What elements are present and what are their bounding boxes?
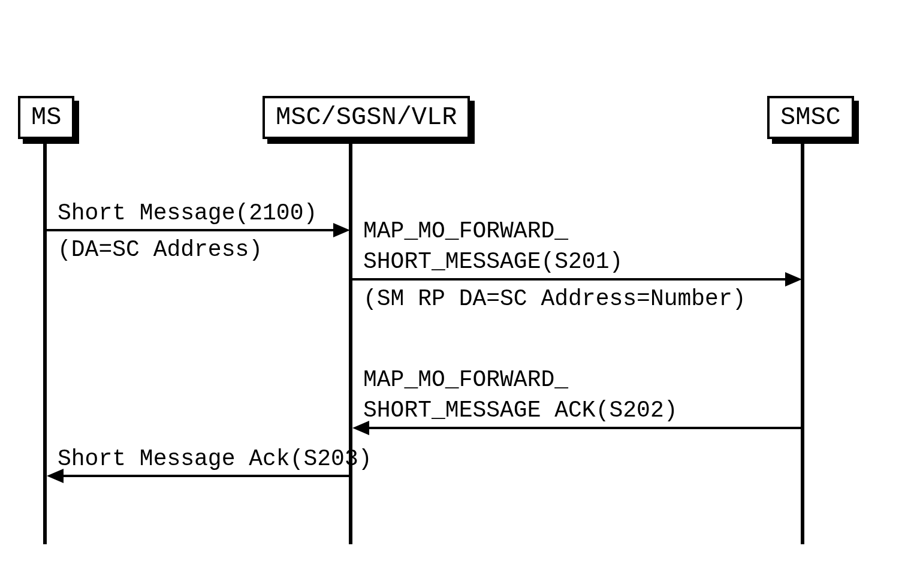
message-short-message-ack-arrow	[62, 475, 351, 477]
participant-smsc-label: SMSC	[767, 96, 854, 139]
message-short-message-line2: (DA=SC Address)	[47, 234, 350, 265]
participant-mscsgsn: MSC/SGSN/VLR	[263, 96, 470, 139]
participant-ms-label: MS	[18, 96, 74, 139]
message-short-message-line1: Short Message(2100)	[47, 198, 350, 228]
participant-mscsgsn-label: MSC/SGSN/VLR	[263, 96, 470, 139]
participant-ms: MS	[18, 96, 74, 139]
message-short-message: Short Message(2100) (DA=SC Address)	[47, 198, 350, 266]
message-map-mo-forward: MAP_MO_FORWARD_ SHORT_MESSAGE(S201) (SM …	[352, 216, 803, 314]
lifeline-smsc	[801, 143, 804, 544]
message-map-mo-forward-ack-arrow	[368, 427, 803, 429]
arrow-head-icon	[785, 272, 802, 287]
message-short-message-ack-line1: Short Message Ack(S203)	[47, 444, 350, 474]
message-map-mo-forward-ack-line2: SHORT_MESSAGE ACK(S202)	[352, 395, 803, 426]
message-map-mo-forward-ack-line1: MAP_MO_FORWARD_	[352, 364, 803, 395]
message-map-mo-forward-arrow	[352, 278, 786, 281]
participant-smsc: SMSC	[767, 96, 854, 139]
message-map-mo-forward-line1: MAP_MO_FORWARD_	[352, 216, 803, 246]
sequence-diagram: MS MSC/SGSN/VLR SMSC Short Message(2100)…	[18, 96, 881, 563]
message-map-mo-forward-ack: MAP_MO_FORWARD_ SHORT_MESSAGE ACK(S202)	[352, 364, 803, 426]
message-short-message-arrow	[47, 229, 334, 231]
arrow-head-icon	[47, 469, 64, 483]
message-map-mo-forward-line3: (SM RP DA=SC Address=Number)	[352, 284, 803, 314]
arrow-head-icon	[333, 223, 350, 237]
message-map-mo-forward-line2: SHORT_MESSAGE(S201)	[352, 246, 803, 277]
arrow-head-icon	[352, 421, 369, 435]
message-short-message-ack: Short Message Ack(S203)	[47, 444, 350, 474]
